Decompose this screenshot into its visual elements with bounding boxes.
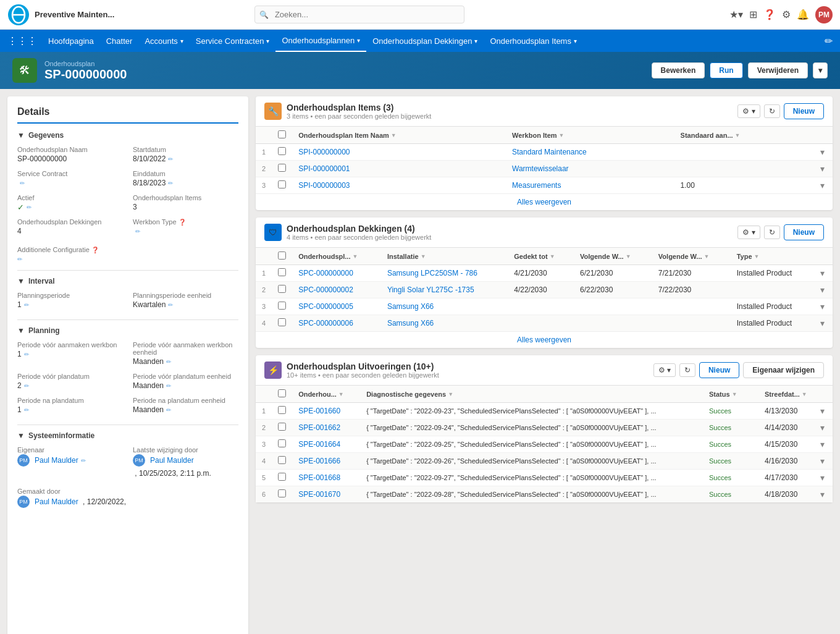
periode-voor-wb-eenheid-edit-icon[interactable]: ✏: [166, 358, 171, 365]
uitvoeringen-refresh-button[interactable]: ↻: [679, 363, 695, 377]
add-icon[interactable]: ⊞: [749, 9, 757, 20]
periode-voor-plandatum-eenheid-edit-icon[interactable]: ✏: [166, 383, 171, 389]
uv-row1-dropdown[interactable]: ▾: [820, 406, 825, 416]
uv-col-status[interactable]: Status▼: [703, 386, 758, 403]
uv-row2-link[interactable]: SPE-001662: [298, 423, 340, 432]
dk-row1-link[interactable]: SPC-000000000: [298, 269, 353, 277]
items-new-button[interactable]: Nieuw: [784, 103, 824, 119]
dekkingen-settings-button[interactable]: ⚙ ▾: [737, 226, 760, 239]
items-row1-dropdown[interactable]: ▾: [820, 147, 825, 157]
items-row1-link[interactable]: SPI-000000000: [298, 148, 350, 156]
dk-row3-install[interactable]: Samsung X66: [387, 302, 434, 311]
items-row2-dropdown[interactable]: ▾: [820, 164, 825, 174]
dk-row2-link[interactable]: SPC-000000002: [298, 285, 353, 294]
dekkingen-new-button[interactable]: Nieuw: [784, 224, 824, 240]
periode-na-plandatum-edit-icon[interactable]: ✏: [24, 407, 29, 413]
eigenaar-wijzigen-button[interactable]: Eigenaar wijzigen: [743, 362, 824, 378]
items-sort-naam[interactable]: Onderhoudsplan Item Naam▼: [298, 132, 397, 139]
dekkingen-view-all[interactable]: Alles weergeven: [256, 331, 833, 348]
uv-col-diagnostics[interactable]: Diagnostische gegevens▼: [360, 386, 703, 403]
items-sort-standaard[interactable]: Standaard aan...▼: [681, 132, 741, 139]
dk-col-volgende2[interactable]: Volgende W...▼: [652, 248, 731, 265]
dk-row3-dropdown[interactable]: ▾: [820, 302, 825, 311]
settings-icon[interactable]: ⚙: [782, 9, 791, 20]
items-col-standaard[interactable]: Standaard aan...▼: [674, 127, 814, 144]
uv-col-streefdat[interactable]: Streefdat...▼: [758, 386, 814, 403]
dk-row1-install[interactable]: Samsung LPC250SM - 786: [387, 269, 477, 277]
einddatum-edit-icon[interactable]: ✏: [168, 180, 173, 187]
menu-item-dekkingen[interactable]: Onderhoudsplan Dekkingen ▾: [366, 30, 484, 52]
record-actions-dropdown[interactable]: ▾: [813, 62, 828, 78]
uitvoeringen-settings-button[interactable]: ⚙ ▾: [653, 363, 676, 377]
items-col-werkbon[interactable]: Werkbon Item▼: [506, 127, 674, 144]
grid-icon[interactable]: ⋮⋮⋮: [7, 35, 37, 47]
section-planning[interactable]: ▼ Planning: [17, 326, 238, 335]
dk-col-volgende1[interactable]: Volgende W...▼: [574, 248, 652, 265]
help-icon[interactable]: ❓: [763, 9, 776, 20]
uitvoeringen-select-all[interactable]: [278, 389, 286, 397]
uv-col-onderhou[interactable]: Onderhou...▼: [292, 386, 360, 403]
bell-icon[interactable]: 🔔: [797, 9, 809, 20]
uv-row5-link[interactable]: SPE-001668: [298, 473, 340, 482]
dk-col-plan[interactable]: Onderhoudspl...▼: [292, 248, 381, 265]
items-view-all[interactable]: Alles weergeven: [256, 193, 833, 210]
service-contract-edit-icon[interactable]: ✏: [20, 180, 25, 187]
search-input[interactable]: [254, 6, 464, 23]
uv-row4-link[interactable]: SPE-001666: [298, 457, 340, 465]
eigenaar-link[interactable]: Paul Maulder: [35, 456, 78, 465]
items-row2-werkbon-link[interactable]: Warmtewisselaar: [512, 164, 569, 173]
uv-row5-dropdown[interactable]: ▾: [820, 473, 825, 483]
dk-row4-install[interactable]: Samsung X66: [387, 319, 434, 328]
uv-row4-dropdown[interactable]: ▾: [820, 456, 825, 466]
items-settings-button[interactable]: ⚙ ▾: [737, 104, 760, 118]
dk-row2-dropdown[interactable]: ▾: [820, 285, 825, 295]
uv-row2-dropdown[interactable]: ▾: [820, 423, 825, 433]
section-interval[interactable]: ▼ Interval: [17, 277, 238, 285]
section-systeeminformatie[interactable]: ▼ Systeeminformatie: [17, 431, 238, 440]
items-row3-link[interactable]: SPI-000000003: [298, 181, 350, 190]
startdatum-edit-icon[interactable]: ✏: [168, 156, 173, 163]
favorites-icon[interactable]: ★▾: [729, 9, 743, 20]
menu-item-onderhoudsplannen[interactable]: Onderhoudsplannen ▾: [275, 30, 366, 52]
verwijderen-button[interactable]: Verwijderen: [748, 62, 808, 78]
add-config-edit-icon[interactable]: ✏: [17, 256, 22, 263]
planningsperiode-edit-icon[interactable]: ✏: [24, 302, 29, 308]
dk-col-install[interactable]: Installatie▼: [381, 248, 508, 265]
dk-row2-install[interactable]: Yingli Solar YL275C -1735: [387, 285, 474, 294]
bewerken-button[interactable]: Bewerken: [652, 62, 705, 78]
menu-item-hoofdpagina[interactable]: Hoofdpagina: [42, 30, 100, 52]
dekkingen-refresh-button[interactable]: ↻: [764, 226, 780, 239]
section-gegevens[interactable]: ▼ Gegevens: [17, 131, 238, 140]
items-row2-check[interactable]: [272, 161, 292, 177]
run-button[interactable]: Run: [710, 62, 742, 78]
dk-row1-dropdown[interactable]: ▾: [820, 268, 825, 278]
laatste-wijziging-link[interactable]: Paul Maulder: [150, 456, 194, 465]
dk-col-gedekt[interactable]: Gedekt tot▼: [508, 248, 574, 265]
actief-edit-icon[interactable]: ✏: [27, 204, 32, 211]
periode-na-plandatum-eenheid-edit-icon[interactable]: ✏: [166, 407, 171, 413]
items-row3-werkbon-link[interactable]: Measurements: [512, 181, 561, 190]
menu-item-accounts[interactable]: Accounts ▾: [138, 30, 189, 52]
items-refresh-button[interactable]: ↻: [764, 104, 780, 118]
menu-item-service-contracten[interactable]: Service Contracten ▾: [190, 30, 276, 52]
dk-col-type[interactable]: Type▼: [731, 248, 814, 265]
items-select-all[interactable]: [278, 130, 286, 138]
items-row3-check[interactable]: [272, 177, 292, 194]
items-row1-check[interactable]: [272, 144, 292, 161]
uv-row1-link[interactable]: SPE-001660: [298, 407, 340, 415]
dk-row4-dropdown[interactable]: ▾: [820, 318, 825, 328]
menu-item-chatter[interactable]: Chatter: [100, 30, 139, 52]
dk-row3-link[interactable]: SPC-000000005: [298, 302, 353, 311]
periode-voor-wb-edit-icon[interactable]: ✏: [24, 351, 29, 358]
dekkingen-select-all[interactable]: [278, 251, 286, 260]
dk-row4-link[interactable]: SPC-000000006: [298, 319, 353, 328]
avatar[interactable]: PM: [815, 6, 833, 23]
uv-row3-link[interactable]: SPE-001664: [298, 440, 340, 449]
eigenaar-edit-icon[interactable]: ✏: [81, 457, 86, 464]
items-col-naam[interactable]: Onderhoudsplan Item Naam▼: [292, 127, 506, 144]
logo[interactable]: [7, 4, 30, 26]
periode-voor-plandatum-edit-icon[interactable]: ✏: [24, 383, 29, 389]
werkbon-type-edit-icon[interactable]: ✏: [135, 228, 140, 235]
items-sort-werkbon[interactable]: Werkbon Item▼: [512, 132, 564, 139]
items-row2-link[interactable]: SPI-000000001: [298, 164, 350, 173]
